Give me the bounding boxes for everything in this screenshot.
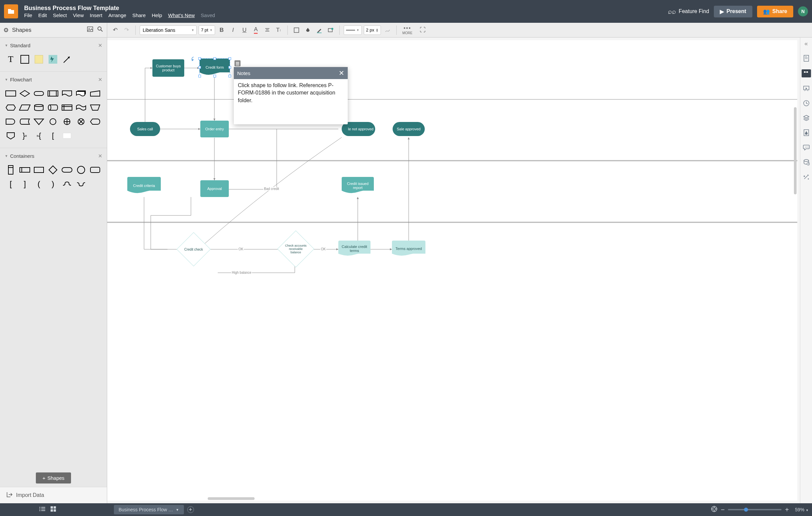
shape-bracket[interactable]: [ xyxy=(47,130,59,142)
menu-share[interactable]: Share xyxy=(132,12,146,18)
dock-comments-icon[interactable] xyxy=(802,69,811,78)
zoom-in-button[interactable]: + xyxy=(785,506,789,514)
page-tab[interactable]: Business Process Flow … ▼ xyxy=(114,505,184,514)
shape-credit-issued[interactable]: Credit issued report xyxy=(342,177,374,194)
shape-calc-terms[interactable]: Calculate credit terms xyxy=(338,240,371,257)
shape-check-balance[interactable]: Check accounts receivable balance xyxy=(282,235,310,263)
shape-credit-form[interactable]: Credit form xyxy=(200,59,230,76)
shape-data[interactable] xyxy=(19,102,31,114)
shape-decision[interactable] xyxy=(19,87,31,99)
shape-brace-left[interactable]: ≡{ xyxy=(33,130,45,142)
redo-button[interactable]: ↷ xyxy=(122,26,131,35)
dock-chat-icon[interactable] xyxy=(803,144,810,151)
bold-button[interactable]: B xyxy=(217,26,227,35)
shape-rect-container[interactable] xyxy=(33,164,45,176)
shape-hotspot[interactable] xyxy=(47,53,59,65)
share-button[interactable]: 👥 Share xyxy=(757,6,793,18)
canvas[interactable]: Customer buys product Credit form Sales … xyxy=(107,40,797,500)
shape-sale-approved[interactable]: Sale approved xyxy=(393,122,425,136)
shape-brace-right[interactable]: }≡ xyxy=(19,130,31,142)
dock-history-icon[interactable] xyxy=(803,99,810,107)
line-color-button[interactable] xyxy=(315,26,324,35)
note-indicator-icon[interactable] xyxy=(234,60,240,66)
grid-view-icon[interactable] xyxy=(50,506,56,513)
shape-sales-call[interactable]: Sales call xyxy=(130,122,160,136)
menu-help[interactable]: Help xyxy=(152,12,162,18)
shape-manual-input[interactable] xyxy=(89,87,101,99)
shape-order-entry[interactable]: Order entry xyxy=(200,121,229,137)
align-button[interactable] xyxy=(263,26,272,35)
shape-offpage[interactable] xyxy=(5,130,17,142)
list-view-icon[interactable] xyxy=(39,506,46,513)
shape-bracket-left[interactable]: [ xyxy=(5,178,17,190)
close-icon[interactable]: × xyxy=(98,152,102,160)
collapse-panel-icon[interactable]: « xyxy=(804,40,808,47)
shape-swimlane-v[interactable] xyxy=(5,164,17,176)
shape-terms-approved[interactable]: Terms approved xyxy=(392,240,426,257)
menu-file[interactable]: File xyxy=(24,12,32,18)
zoom-slider[interactable] xyxy=(728,509,782,510)
close-icon[interactable]: ✕ xyxy=(339,69,344,77)
zoom-level[interactable]: 59% ▼ xyxy=(795,507,809,512)
zoom-out-button[interactable]: − xyxy=(721,506,725,514)
present-button[interactable]: ▶ Present xyxy=(714,6,752,18)
shape-paper-tape[interactable] xyxy=(75,102,87,114)
text-color-button[interactable]: A xyxy=(251,26,261,35)
menu-edit[interactable]: Edit xyxy=(38,12,47,18)
group-flowchart-header[interactable]: ▼ Flowchart × xyxy=(0,73,107,86)
shape-summing[interactable] xyxy=(75,116,87,128)
shape-internal[interactable] xyxy=(61,102,73,114)
undo-button[interactable]: ↶ xyxy=(111,26,120,35)
shape-merge[interactable] xyxy=(33,116,45,128)
shape-manual-op[interactable] xyxy=(89,102,101,114)
shape-delay[interactable] xyxy=(5,116,17,128)
import-data-button[interactable]: Import Data xyxy=(0,487,107,503)
shape-brace-top[interactable] xyxy=(61,178,73,190)
shape-stored-data[interactable] xyxy=(19,116,31,128)
dock-present-icon[interactable] xyxy=(803,85,810,92)
add-shapes-button[interactable]: + Shapes xyxy=(36,472,71,484)
shape-direct-data[interactable] xyxy=(47,102,59,114)
shape-terminator[interactable] xyxy=(33,87,45,99)
shape-database[interactable] xyxy=(33,102,45,114)
shape-preparation[interactable] xyxy=(5,102,17,114)
menu-arrange[interactable]: Arrange xyxy=(109,12,126,18)
dock-theme-icon[interactable] xyxy=(803,129,810,136)
shape-multidoc[interactable] xyxy=(75,87,87,99)
fill-color-button[interactable] xyxy=(303,26,313,35)
shape-predef[interactable] xyxy=(47,87,59,99)
shape-document[interactable] xyxy=(61,87,73,99)
menu-whatsnew[interactable]: What's New xyxy=(168,12,195,18)
shape-brace-bottom[interactable] xyxy=(75,178,87,190)
text-options-button[interactable]: T↕ xyxy=(274,26,283,35)
shape-approval[interactable]: Approval xyxy=(200,180,229,197)
dock-layers-icon[interactable] xyxy=(803,114,810,122)
user-avatar[interactable]: N xyxy=(798,6,808,17)
shape-swimlane-h[interactable] xyxy=(19,164,31,176)
app-logo-icon[interactable] xyxy=(4,4,18,19)
line-options-button[interactable] xyxy=(383,26,392,35)
image-icon[interactable] xyxy=(87,26,93,34)
shape-connector[interactable] xyxy=(47,116,59,128)
shape-card[interactable] xyxy=(61,130,73,142)
shape-paren-right[interactable]: ) xyxy=(47,178,59,190)
more-button[interactable]: ••• MORE xyxy=(401,25,414,35)
shape-diamond-container[interactable] xyxy=(47,164,59,176)
add-page-button[interactable]: + xyxy=(187,506,194,513)
fill-shape-button[interactable] xyxy=(292,26,301,35)
shape-note[interactable] xyxy=(33,53,45,65)
shape-display[interactable] xyxy=(89,116,101,128)
horizontal-scrollbar[interactable] xyxy=(208,497,255,500)
shape-customer-buys[interactable]: Customer buys product xyxy=(152,59,184,77)
fullscreen-button[interactable]: ⛶ xyxy=(416,26,430,33)
shape-or[interactable] xyxy=(61,116,73,128)
shape-block[interactable] xyxy=(19,53,31,65)
target-icon[interactable] xyxy=(711,506,718,514)
shape-circle-container[interactable] xyxy=(75,164,87,176)
menu-select[interactable]: Select xyxy=(53,12,67,18)
feature-find-button[interactable]: ⌕⌕ Feature Find xyxy=(668,8,709,16)
font-size-select[interactable]: 7 pt▼ xyxy=(199,26,215,35)
shape-process[interactable] xyxy=(5,87,17,99)
document-title[interactable]: Business Process Flow Template xyxy=(24,5,668,12)
menu-view[interactable]: View xyxy=(73,12,84,18)
